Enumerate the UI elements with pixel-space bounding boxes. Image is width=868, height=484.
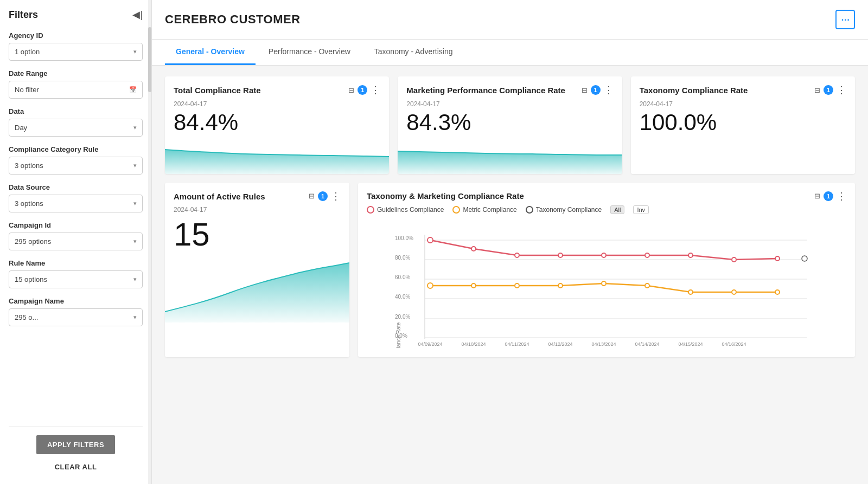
filter-group-compliance-category-rule: Compliance Category Rule 3 options ▾ (9, 145, 143, 175)
marketing-performance-chart (398, 141, 622, 174)
chevron-down-icon: ▾ (133, 238, 137, 245)
filter-icon: ⊟ (582, 86, 588, 94)
svg-text:04/13/2024: 04/13/2024 (591, 341, 616, 347)
filter-select-campaign-name[interactable]: 295 o... ▾ (9, 308, 143, 326)
filter-group-date-range: Date Range No filter 📅 (9, 69, 143, 99)
filter-group-rule-name: Rule Name 15 options ▾ (9, 259, 143, 288)
filter-select-data[interactable]: Day ▾ (9, 119, 143, 137)
filter-select-date-range[interactable]: No filter 📅 (9, 81, 143, 99)
total-compliance-filter-button[interactable]: ⊟ (348, 86, 354, 94)
filter-group-data-source: Data Source 3 options ▾ (9, 183, 143, 212)
active-rules-dots-button[interactable]: ⋮ (331, 191, 341, 201)
sidebar-title: Filters (9, 9, 38, 21)
clear-all-button[interactable]: CLEAR ALL (55, 459, 97, 475)
filter-select-agency-id[interactable]: 1 option ▾ (9, 43, 143, 61)
filter-value-campaign-name: 295 o... (15, 313, 38, 321)
svg-text:80.0%: 80.0% (395, 255, 410, 261)
svg-point-40 (732, 290, 736, 294)
filter-group-campaign-name: Campaign Name 295 o... ▾ (9, 297, 143, 326)
svg-text:04/14/2024: 04/14/2024 (635, 341, 659, 347)
svg-text:40.0%: 40.0% (395, 294, 410, 300)
filter-select-data-source[interactable]: 3 options ▾ (9, 195, 143, 212)
line-chart-svg-container: 0.0% 20.0% 40.0% 60.0% 80.0% 100.0% Comp… (367, 218, 846, 349)
metric-compliance-dot (452, 206, 460, 214)
svg-text:04/12/2024: 04/12/2024 (548, 341, 572, 347)
more-options-button[interactable]: ⋯ (835, 10, 855, 29)
svg-text:100.0%: 100.0% (395, 235, 413, 241)
filter-value-data-source: 3 options (15, 199, 43, 208)
active-rules-filter-button[interactable]: ⊟ (309, 192, 315, 200)
chevron-down-icon: ▾ (133, 314, 137, 321)
total-compliance-title: Total Compliance Rate (174, 85, 261, 96)
filter-value-agency-id: 1 option (15, 48, 40, 56)
filter-select-campaign-id[interactable]: 295 options ▾ (9, 233, 143, 250)
active-rules-card: Amount of Active Rules ⊟ 1 ⋮ 2024-04-17 … (165, 183, 349, 357)
taxonomy-compliance-filter-button[interactable]: ⊟ (814, 86, 820, 94)
line-chart-dots-button[interactable]: ⋮ (837, 191, 846, 201)
collapse-sidebar-button[interactable]: ◀| (132, 9, 143, 21)
marketing-performance-title: Marketing Performance Compliance Rate (406, 85, 565, 96)
svg-text:04/15/2024: 04/15/2024 (678, 341, 703, 347)
taxonomy-compliance-card: Taxonomy Compliance Rate ⊟ 1 ⋮ 2024-04-1… (631, 76, 855, 174)
active-rules-date: 2024-04-17 (174, 206, 341, 214)
svg-point-31 (775, 256, 780, 261)
chevron-down-icon: ▾ (133, 124, 137, 131)
svg-point-41 (775, 290, 780, 294)
svg-point-39 (688, 290, 693, 294)
svg-point-33 (427, 283, 433, 288)
svg-point-23 (427, 237, 433, 243)
marketing-performance-value: 84.3% (406, 110, 613, 135)
taxonomy-compliance-title: Taxonomy Compliance Rate (640, 85, 748, 96)
collapse-icon: ◀| (132, 9, 143, 21)
total-compliance-dots-button[interactable]: ⋮ (371, 85, 380, 95)
legend-item-taxonomy: Taxonomy Compliance (526, 206, 602, 214)
svg-point-30 (732, 257, 736, 262)
filter-group-agency-id: Agency ID 1 option ▾ (9, 31, 143, 61)
filter-select-rule-name[interactable]: 15 options ▾ (9, 270, 143, 288)
svg-text:04/10/2024: 04/10/2024 (461, 341, 486, 347)
tab-taxonomy-advertising[interactable]: Taxonomy - Advertising (363, 40, 464, 65)
taxonomy-compliance-chart (631, 141, 855, 174)
sidebar-footer: APPLY FILTERS CLEAR ALL (9, 426, 143, 484)
filter-label-compliance-category-rule: Compliance Category Rule (9, 145, 143, 153)
top-bar: CEREBRO CUSTOMER ⋯ (152, 0, 868, 40)
filter-label-date-range: Date Range (9, 69, 143, 78)
line-chart-title: Taxonomy & Marketing Compliance Rate (367, 191, 524, 201)
line-chart-filter-badge: 1 (824, 191, 833, 201)
marketing-performance-filter-button[interactable]: ⊟ (582, 86, 588, 94)
filter-value-rule-name: 15 options (15, 275, 47, 283)
svg-point-34 (471, 283, 476, 288)
guidelines-compliance-dot (367, 206, 374, 214)
total-compliance-card: Total Compliance Rate ⊟ 1 ⋮ 2024-04-17 8… (165, 76, 389, 174)
apply-filters-button[interactable]: APPLY FILTERS (36, 435, 115, 454)
legend-item-guidelines: Guidelines Compliance (367, 206, 444, 214)
line-chart-card: Taxonomy & Marketing Compliance Rate ⊟ 1… (358, 183, 855, 357)
marketing-performance-actions: ⊟ 1 ⋮ (582, 85, 614, 95)
filter-select-compliance-category-rule[interactable]: 3 options ▾ (9, 157, 143, 175)
legend-all-button[interactable]: All (610, 205, 624, 214)
filter-value-data: Day (15, 124, 27, 132)
svg-text:20.0%: 20.0% (395, 314, 410, 320)
tab-performance-overview[interactable]: Performance - Overview (258, 40, 361, 65)
svg-point-28 (645, 253, 649, 257)
taxonomy-compliance-dots-button[interactable]: ⋮ (837, 85, 846, 95)
tab-general-overview[interactable]: General - Overview (165, 40, 256, 65)
chevron-down-icon: ▾ (133, 162, 137, 169)
legend-inv-button[interactable]: Inv (633, 205, 649, 214)
total-compliance-value: 84.4% (174, 110, 380, 135)
filter-label-campaign-id: Campaign Id (9, 221, 143, 229)
scrollbar-thumb[interactable] (148, 27, 151, 92)
filter-icon: ⊟ (814, 86, 820, 94)
sidebar: Filters ◀| Agency ID 1 option ▾ Date Ran… (0, 0, 152, 484)
filter-label-agency-id: Agency ID (9, 31, 143, 40)
calendar-icon: 📅 (129, 86, 137, 93)
scrollbar-track[interactable] (148, 0, 151, 484)
filter-group-campaign-id: Campaign Id 295 options ▾ (9, 221, 143, 250)
svg-point-35 (515, 283, 519, 288)
line-chart-filter-button[interactable]: ⊟ (814, 192, 820, 200)
marketing-performance-dots-button[interactable]: ⋮ (604, 85, 614, 95)
svg-point-36 (558, 283, 563, 288)
filter-value-campaign-id: 295 options (15, 237, 51, 246)
metric-compliance-label: Metric Compliance (463, 206, 516, 214)
taxonomy-compliance-filter-badge: 1 (824, 85, 833, 95)
